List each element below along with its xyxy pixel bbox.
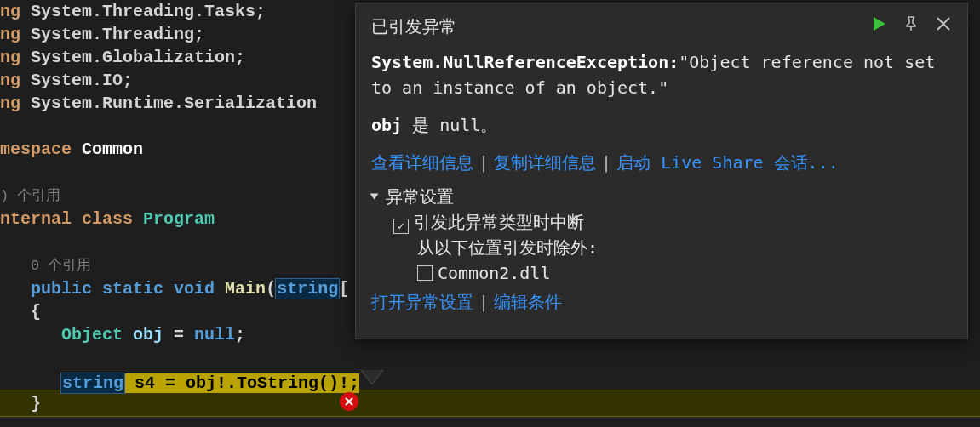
object-type: Object (61, 325, 123, 344)
public-keyword: public (31, 279, 92, 299)
exception-settings-header[interactable]: 异常设置 (371, 184, 952, 209)
except-from-label: 从以下位置引发时除外: (371, 235, 952, 260)
codelens-references[interactable]: ) 个引用 (0, 188, 60, 204)
semicolon: ; (235, 325, 245, 344)
namespace-ref: System.Runtime.Serialization (31, 94, 317, 113)
break-when-thrown-row[interactable]: 引发此异常类型时中断 (371, 209, 952, 235)
using-keyword: ng (0, 94, 20, 113)
edit-conditions-link[interactable]: 编辑条件 (494, 292, 562, 312)
namespace-ref: System.Globalization; (31, 48, 245, 67)
live-share-link[interactable]: 启动 Live Share 会话... (616, 152, 839, 173)
using-keyword: ng (0, 71, 20, 90)
error-icon[interactable] (340, 392, 358, 411)
param-type: string (277, 279, 338, 299)
class-modifiers: nternal class (0, 209, 133, 229)
except-item-checkbox[interactable] (417, 265, 433, 281)
tooltip-links-row1: 查看详细信息|复制详细信息|启动 Live Share 会话... (371, 150, 952, 175)
exception-settings-label: 异常设置 (386, 184, 454, 209)
break-checkbox[interactable] (393, 219, 409, 234)
call-tail: ()!; (318, 373, 359, 393)
namespace-ref: System.IO; (31, 71, 133, 90)
codelens-references[interactable]: 0 个引用 (31, 258, 91, 274)
void-keyword: void (174, 279, 215, 299)
break-checkbox-label: 引发此异常类型时中断 (414, 212, 584, 232)
exception-type: System.NullReferenceException: (371, 52, 679, 72)
except-item-label: Common2.dll (438, 263, 550, 283)
svg-marker-2 (874, 17, 885, 31)
static-keyword: static (102, 279, 163, 299)
pin-icon[interactable] (903, 15, 920, 32)
null-keyword: null (194, 325, 235, 344)
namespace-keyword: mespace (0, 139, 72, 159)
using-keyword: ng (0, 48, 20, 67)
method-name: Main (225, 279, 266, 299)
tooltip-links-row2: 打开异常设置|编辑条件 (371, 289, 952, 315)
string-keyword: string (62, 373, 123, 393)
tooltip-title: 已引发异常 (371, 14, 862, 39)
exception-message: System.NullReferenceException:"Object re… (371, 49, 952, 100)
copy-details-link[interactable]: 复制详细信息 (494, 152, 596, 173)
except-item-row[interactable]: Common2.dll (371, 260, 952, 286)
expand-icon[interactable] (370, 194, 379, 200)
tooltip-pointer (362, 370, 382, 384)
namespace-ref: System.Threading.Tasks; (31, 2, 266, 21)
equals: = (163, 325, 194, 344)
using-keyword: ng (0, 25, 20, 44)
exception-helper-tooltip: 已引发异常 System.NullReferenceException:"Obj… (355, 3, 968, 339)
current-statement: s4 = obj!.ToString()!; (124, 373, 359, 393)
brace-open: { (31, 302, 41, 322)
namespace-ref: System.Threading; (31, 25, 204, 44)
tostring-call: ToString (237, 373, 318, 393)
using-keyword: ng (0, 2, 20, 21)
code-editor[interactable]: ng System.Threading.Tasks; ng System.Thr… (0, 0, 341, 415)
obj-is-null: 是 null。 (402, 115, 497, 135)
variable-obj: obj (133, 325, 163, 344)
view-details-link[interactable]: 查看详细信息 (371, 152, 473, 173)
class-name: Program (143, 209, 215, 229)
null-variable-message: obj 是 null。 (371, 112, 952, 138)
continue-icon[interactable] (870, 15, 887, 32)
namespace-name: Common (82, 139, 143, 159)
obj-var-name: obj (371, 115, 402, 135)
assignment: s4 = obj!. (124, 373, 237, 393)
close-icon[interactable] (935, 15, 952, 32)
open-exception-settings-link[interactable]: 打开异常设置 (371, 292, 473, 312)
